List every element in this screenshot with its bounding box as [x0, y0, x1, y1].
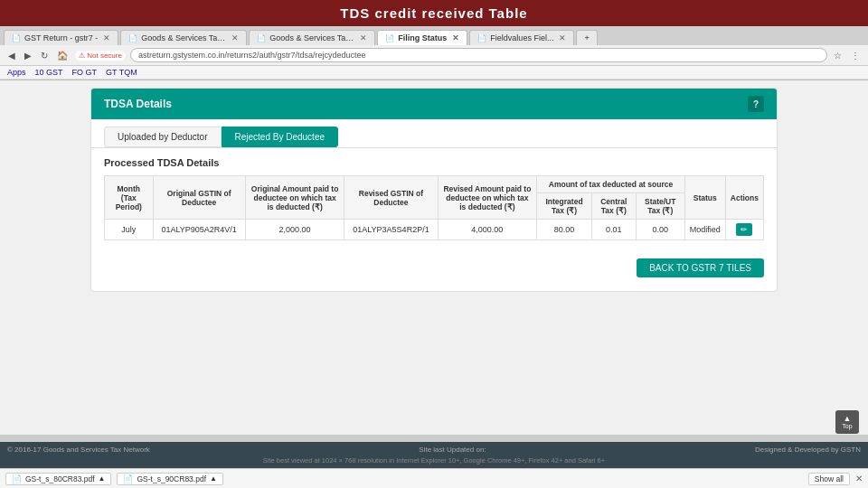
th-revised-gstin: Revised GSTIN of Deductee [344, 176, 438, 220]
cell-revised-gstin: 01ALYP3A5S4R2P/1 [344, 220, 438, 240]
table-row: July 01ALYP905A2R4V/1 2,000.00 01ALYP3A5… [105, 220, 764, 240]
not-secure-badge: ⚠ Not secure [74, 50, 127, 61]
download-filename-2: GS-t_s_90CR83.pdf [137, 474, 206, 483]
main-content: TDSA Details ? Uploaded by Deductor Reje… [0, 80, 868, 435]
th-tax-deducted: Amount of tax deducted at source [537, 176, 685, 193]
close-download-bar-btn[interactable]: ✕ [855, 474, 863, 483]
bookmarks-bar: Apps 10 GST FO GT GT TQM [0, 66, 868, 80]
bookmark-btn[interactable]: ☆ [831, 50, 844, 61]
footer: © 2016-17 Goods and Services Tax Network… [0, 442, 868, 468]
browser-tab-2[interactable]: 📄 Goods & Services Tax (G.. ✕ [120, 30, 247, 45]
show-all-btn[interactable]: Show all [808, 473, 850, 485]
th-month: Month (Tax Period) [105, 176, 154, 220]
edit-row-btn[interactable]: ✏ [736, 223, 752, 236]
address-input[interactable] [130, 48, 827, 62]
page-title-bar: TDS credit received Table [0, 0, 868, 26]
cell-month: July [105, 220, 154, 240]
forward-nav-btn[interactable]: ▶ [22, 50, 34, 61]
tdsa-card: TDSA Details ? Uploaded by Deductor Reje… [90, 88, 778, 292]
download-chevron-1[interactable]: ▲ [99, 474, 106, 483]
cell-central-tax: 0.01 [591, 220, 636, 240]
footer-last-updated: Site last Updated on: [419, 446, 486, 454]
tab-bar: 📄 GST Return - gstr7 - ✕ 📄 Goods & Servi… [0, 26, 868, 45]
download-bar: 📄 GS-t_s_80CR83.pdf ▲ 📄 GS-t_s_90CR83.pd… [0, 468, 868, 488]
cell-state-ut-tax: 0.00 [636, 220, 684, 240]
bookmark-apps[interactable]: Apps [7, 68, 26, 77]
cell-original-gstin: 01ALYP905A2R4V/1 [153, 220, 245, 240]
th-original-amount: Original Amount paid to deductee on whic… [245, 176, 344, 220]
tdsa-tab-buttons: Uploaded by Deductor Rejected By Deducte… [91, 119, 777, 148]
download-chevron-2[interactable]: ▲ [210, 474, 217, 483]
th-integrated-tax: Integrated Tax (₹) [537, 193, 592, 220]
browser-tab-4[interactable]: 📄 Filing Status ✕ [377, 30, 467, 45]
th-actions: Actions [725, 176, 763, 220]
download-file-1[interactable]: 📄 GS-t_s_80CR83.pdf ▲ [5, 473, 111, 485]
scroll-top-btn[interactable]: ▲ Top [835, 410, 859, 434]
tab-rejected-by-deductee[interactable]: Rejected By Deductee [222, 127, 339, 147]
card-body: Processed TDSA Details Month (Tax Period… [91, 148, 777, 291]
browser-tab-1[interactable]: 📄 GST Return - gstr7 - ✕ [4, 30, 118, 45]
browser-tab-3[interactable]: 📄 Goods & Services Tax (G.. ✕ [249, 30, 375, 45]
th-state-ut-tax: State/UT Tax (₹) [636, 193, 684, 220]
th-status: Status [684, 176, 725, 220]
cell-original-amount: 2,000.00 [245, 220, 344, 240]
tab-uploaded-by-deductor[interactable]: Uploaded by Deductor [104, 127, 222, 147]
menu-btn[interactable]: ⋮ [848, 50, 863, 61]
address-bar-row: ◀ ▶ ↻ 🏠 ⚠ Not secure ☆ ⋮ [0, 45, 868, 66]
cell-revised-amount: 4,000.00 [438, 220, 537, 240]
cell-status: Modified [684, 220, 725, 240]
footer-designed-by: Designed & Developed by GSTN [755, 446, 861, 454]
back-nav-btn[interactable]: ◀ [5, 50, 18, 61]
page-title: TDS credit received Table [340, 5, 527, 21]
pdf-icon-2: 📄 [123, 474, 133, 483]
section-title: Processed TDSA Details [104, 157, 764, 168]
footer-copyright: © 2016-17 Goods and Services Tax Network [7, 446, 150, 454]
home-nav-btn[interactable]: 🏠 [54, 50, 71, 61]
refresh-nav-btn[interactable]: ↻ [38, 50, 51, 61]
tdsa-data-table: Month (Tax Period) Original GSTIN of Ded… [104, 175, 764, 240]
footer-view-info: Site best viewed at 1024 × 768 resolutio… [263, 456, 605, 465]
pdf-icon-1: 📄 [12, 474, 22, 483]
th-original-gstin: Original GSTIN of Deductee [153, 176, 245, 220]
back-to-gstr7-btn[interactable]: BACK TO GSTR 7 TILES [637, 258, 764, 277]
th-central-tax: Central Tax (₹) [591, 193, 636, 220]
scroll-top-label: Top [842, 423, 852, 429]
th-revised-amount: Revised Amount paid to deductee on which… [438, 176, 537, 220]
tdsa-card-header: TDSA Details ? [91, 89, 777, 119]
scroll-top-arrow: ▲ [844, 415, 852, 423]
download-file-2[interactable]: 📄 GS-t_s_90CR83.pdf ▲ [117, 473, 222, 485]
bookmark-fogt[interactable]: FO GT [72, 68, 98, 77]
browser-tab-5[interactable]: 📄 Fieldvalues Fiel... ✕ [469, 30, 574, 45]
browser-chrome: 📄 GST Return - gstr7 - ✕ 📄 Goods & Servi… [0, 26, 868, 80]
tdsa-title: TDSA Details [104, 98, 172, 110]
bookmark-10gst[interactable]: 10 GST [35, 68, 63, 77]
browser-tab-new[interactable]: + [576, 30, 597, 45]
bookmark-gttqm[interactable]: GT TQM [106, 68, 137, 77]
tdsa-info-icon[interactable]: ? [748, 96, 764, 112]
cell-integrated-tax: 80.00 [537, 220, 592, 240]
cell-actions: ✏ [725, 220, 763, 240]
download-filename-1: GS-t_s_80CR83.pdf [25, 474, 95, 483]
